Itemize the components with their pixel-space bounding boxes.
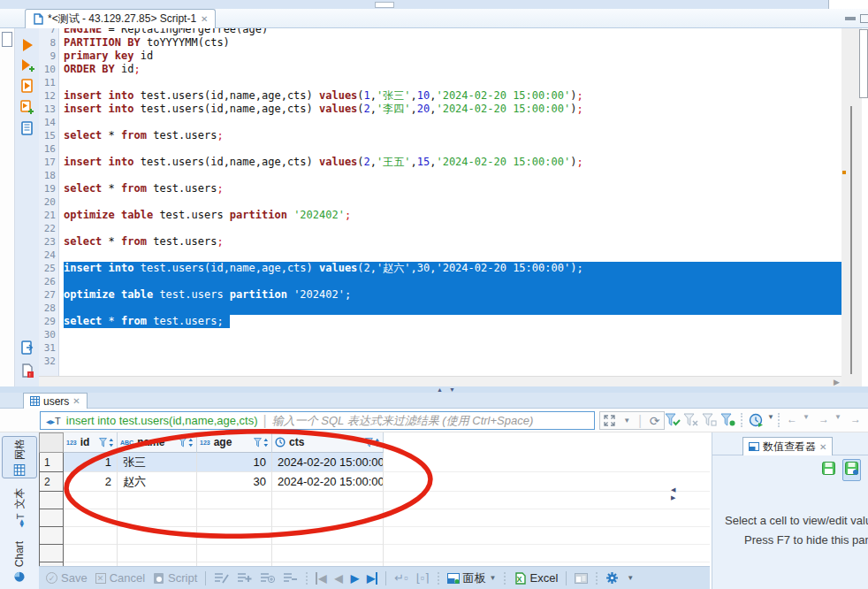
export-result-icon[interactable] [19, 340, 35, 356]
time-dropdown-icon[interactable]: ▼ [767, 413, 774, 421]
row-number[interactable]: 1 [39, 453, 64, 472]
code-line[interactable]: optimize table test.users partition '202… [64, 209, 351, 222]
next-row-icon[interactable]: ▶ [351, 572, 359, 585]
edit-row-icon[interactable] [214, 572, 229, 584]
grid-corner-cell[interactable] [39, 432, 64, 453]
tab-close-icon[interactable]: ✕ [201, 14, 208, 24]
filter-input[interactable]: ◂▸T insert into test.users(id,name,age,c… [40, 411, 595, 430]
next-dropdown-icon[interactable]: ▼ [834, 413, 841, 421]
grid-cell[interactable]: 赵六 [118, 472, 197, 492]
execute-new-tab-icon[interactable] [19, 57, 35, 73]
save-value-button[interactable] [819, 459, 838, 481]
grid-cell[interactable] [272, 492, 384, 509]
column-header-name[interactable]: ABCname [118, 432, 197, 453]
grid-cell[interactable]: 10 [197, 453, 272, 472]
panel-sash[interactable]: ◀▶ [671, 486, 675, 501]
row-number[interactable] [39, 545, 64, 562]
previous-dropdown-icon[interactable]: ▼ [803, 413, 810, 421]
previous-result-icon[interactable]: ← [787, 413, 797, 425]
excel-export-button[interactable]: X Excel [514, 571, 558, 585]
grid-cell[interactable] [64, 527, 118, 545]
empty-row[interactable] [39, 545, 710, 562]
grid-cell[interactable] [118, 509, 197, 527]
editor-vertical-scrollbar-thumb[interactable] [859, 29, 868, 98]
sql-editor[interactable]: 7891011121314151617181920212223242526272… [39, 28, 868, 386]
grid-cell[interactable] [64, 492, 118, 509]
restore-panel-icon[interactable] [2, 32, 12, 47]
column-header-cts[interactable]: cts [272, 432, 384, 453]
panels-button[interactable]: 面板▼ [447, 570, 497, 586]
tab-text-presentation[interactable]: ◂▸T 文本 [2, 487, 37, 528]
code-line[interactable]: ENGINE = ReplacingMergeTree(age) [64, 28, 268, 36]
script-button[interactable]: Script [153, 571, 197, 585]
result-grid[interactable]: 123idABCname123agects11张三102024-02-20 15… [39, 432, 710, 566]
empty-row[interactable] [39, 509, 710, 527]
add-row-icon[interactable] [237, 572, 252, 584]
code-area[interactable]: ENGINE = ReplacingMergeTree(age)PARTITIO… [64, 28, 841, 376]
filter-sort-icon[interactable] [365, 438, 380, 447]
table-row[interactable]: 11张三102024-02-20 15:00:00 [39, 453, 710, 472]
first-row-icon[interactable]: ◀ [316, 572, 326, 585]
execute-script-new-tab-icon[interactable] [19, 99, 35, 115]
grid-cell[interactable] [64, 509, 118, 527]
value-viewer-close-icon[interactable]: ✕ [819, 442, 826, 452]
code-line[interactable]: insert into test.users(id,name,age,cts) … [64, 262, 583, 275]
previous-row-icon[interactable]: ◀ [335, 572, 343, 585]
column-header-age[interactable]: 123age [197, 432, 272, 453]
grid-cell[interactable]: 1 [64, 453, 118, 472]
explain-plan-icon[interactable] [19, 120, 35, 136]
code-line[interactable]: insert into test.users(id,name,age,cts) … [64, 156, 583, 169]
view-settings-icon[interactable] [575, 573, 588, 584]
code-line[interactable]: ORDER BY id; [64, 63, 141, 76]
grid-cell[interactable] [197, 492, 272, 509]
custom-filter-icon[interactable] [702, 413, 718, 427]
grid-cell[interactable] [197, 527, 272, 545]
grid-cell[interactable] [272, 509, 384, 527]
fetch-all-rows-icon[interactable]: ⌊▫⌉ [416, 571, 430, 585]
table-row[interactable]: 22赵六302024-02-20 15:00:00 [39, 472, 710, 492]
grid-cell[interactable] [64, 545, 118, 562]
grid-cell[interactable] [272, 527, 384, 545]
filter-sort-icon[interactable] [254, 438, 269, 447]
grid-cell[interactable] [118, 527, 197, 545]
next-result-icon[interactable]: → [819, 413, 829, 425]
tab-grid-presentation[interactable]: 网格 [2, 436, 37, 478]
save-button[interactable]: ✓Save [46, 571, 88, 585]
forward-result-icon[interactable]: → [850, 413, 861, 425]
tab-value-viewer[interactable]: 数值查看器 ✕ [742, 437, 833, 455]
tab-chart-presentation[interactable]: Chart [2, 535, 37, 588]
empty-row[interactable] [39, 527, 710, 545]
empty-row[interactable] [39, 492, 710, 509]
duplicate-row-icon[interactable] [260, 572, 275, 584]
filter-sort-icon[interactable] [179, 438, 194, 447]
row-number[interactable]: 2 [39, 472, 64, 492]
grid-cell[interactable]: 30 [197, 472, 272, 492]
remove-filter-icon[interactable] [683, 413, 699, 427]
row-number[interactable] [39, 509, 64, 527]
filter-settings-icon[interactable] [720, 413, 736, 427]
grid-cell[interactable]: 2 [64, 472, 118, 492]
grid-cell[interactable]: 2024-02-20 15:00:00 [272, 472, 384, 492]
save-value-advanced-button[interactable] [842, 459, 861, 481]
grid-cell[interactable] [272, 545, 384, 562]
document-error-icon[interactable]: ! [19, 363, 35, 379]
execution-time-icon[interactable] [749, 413, 764, 428]
grid-cell[interactable] [197, 509, 272, 527]
refresh-icon[interactable]: ⟳ [650, 414, 660, 428]
code-line[interactable]: select * from test.users; [64, 235, 224, 249]
tab-sql-script[interactable]: *<测试 - 43.129.27.85> Script-1 ✕ [25, 9, 216, 28]
sash-up-icon[interactable]: ▲ [437, 386, 443, 393]
grid-cell[interactable] [197, 545, 272, 562]
column-header-id[interactable]: 123id [64, 432, 118, 453]
filter-history-icon[interactable]: ▼ [623, 417, 630, 425]
scroll-right-icon[interactable]: ▶ [834, 378, 840, 386]
horizontal-sash[interactable]: ▲ ▼ [0, 386, 868, 393]
gear-icon[interactable] [605, 571, 619, 585]
maximize-view-icon[interactable] [860, 14, 868, 23]
execute-script-icon[interactable] [19, 78, 35, 94]
code-line[interactable]: select * from test.users; [64, 315, 224, 328]
row-number[interactable] [39, 527, 64, 545]
code-line[interactable]: primary key id [64, 50, 153, 63]
fetch-next-page-icon[interactable]: ↵▫ [394, 571, 408, 585]
row-number[interactable] [39, 492, 64, 509]
